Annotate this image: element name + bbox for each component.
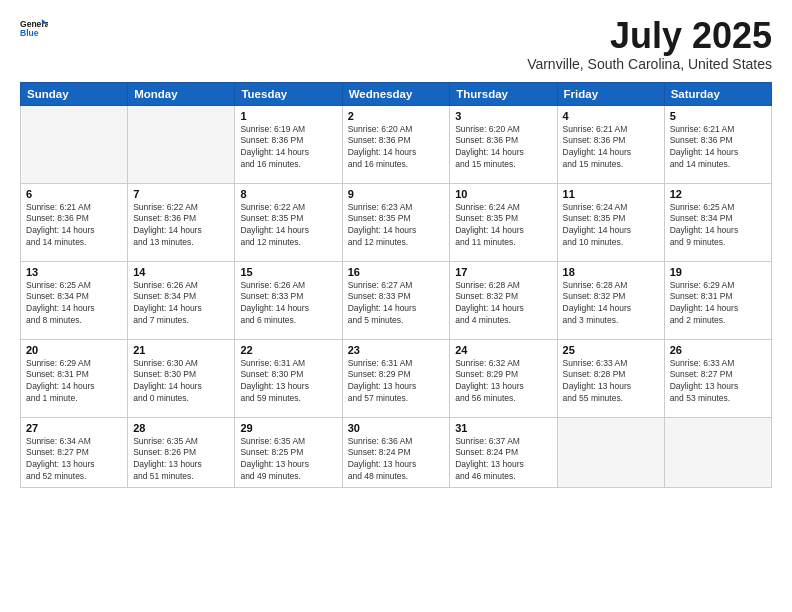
day-number: 7 [133,188,229,200]
day-number: 9 [348,188,445,200]
table-row: 27Sunrise: 6:34 AM Sunset: 8:27 PM Dayli… [21,417,128,488]
table-row: 6Sunrise: 6:21 AM Sunset: 8:36 PM Daylig… [21,183,128,261]
table-row: 3Sunrise: 6:20 AM Sunset: 8:36 PM Daylig… [450,105,557,183]
table-row: 2Sunrise: 6:20 AM Sunset: 8:36 PM Daylig… [342,105,450,183]
day-info: Sunrise: 6:24 AM Sunset: 8:35 PM Dayligh… [455,202,551,250]
day-info: Sunrise: 6:34 AM Sunset: 8:27 PM Dayligh… [26,436,122,484]
col-tuesday: Tuesday [235,82,342,105]
day-info: Sunrise: 6:20 AM Sunset: 8:36 PM Dayligh… [348,124,445,172]
day-number: 20 [26,344,122,356]
day-number: 31 [455,422,551,434]
day-info: Sunrise: 6:29 AM Sunset: 8:31 PM Dayligh… [670,280,766,328]
table-row: 21Sunrise: 6:30 AM Sunset: 8:30 PM Dayli… [128,339,235,417]
day-info: Sunrise: 6:22 AM Sunset: 8:35 PM Dayligh… [240,202,336,250]
table-row: 19Sunrise: 6:29 AM Sunset: 8:31 PM Dayli… [664,261,771,339]
table-row: 31Sunrise: 6:37 AM Sunset: 8:24 PM Dayli… [450,417,557,488]
table-row: 23Sunrise: 6:31 AM Sunset: 8:29 PM Dayli… [342,339,450,417]
table-row: 13Sunrise: 6:25 AM Sunset: 8:34 PM Dayli… [21,261,128,339]
day-info: Sunrise: 6:35 AM Sunset: 8:26 PM Dayligh… [133,436,229,484]
day-number: 8 [240,188,336,200]
day-info: Sunrise: 6:28 AM Sunset: 8:32 PM Dayligh… [455,280,551,328]
table-row: 11Sunrise: 6:24 AM Sunset: 8:35 PM Dayli… [557,183,664,261]
calendar-page: General Blue July 2025 Varnville, South … [0,0,792,612]
table-row: 26Sunrise: 6:33 AM Sunset: 8:27 PM Dayli… [664,339,771,417]
day-info: Sunrise: 6:21 AM Sunset: 8:36 PM Dayligh… [563,124,659,172]
day-info: Sunrise: 6:21 AM Sunset: 8:36 PM Dayligh… [670,124,766,172]
day-number: 25 [563,344,659,356]
day-info: Sunrise: 6:21 AM Sunset: 8:36 PM Dayligh… [26,202,122,250]
day-info: Sunrise: 6:35 AM Sunset: 8:25 PM Dayligh… [240,436,336,484]
day-number: 15 [240,266,336,278]
table-row [664,417,771,488]
table-row: 7Sunrise: 6:22 AM Sunset: 8:36 PM Daylig… [128,183,235,261]
day-number: 28 [133,422,229,434]
day-number: 30 [348,422,445,434]
title-block: July 2025 Varnville, South Carolina, Uni… [527,16,772,72]
col-wednesday: Wednesday [342,82,450,105]
calendar-header-row: Sunday Monday Tuesday Wednesday Thursday… [21,82,772,105]
table-row: 12Sunrise: 6:25 AM Sunset: 8:34 PM Dayli… [664,183,771,261]
calendar-table: Sunday Monday Tuesday Wednesday Thursday… [20,82,772,489]
table-row: 17Sunrise: 6:28 AM Sunset: 8:32 PM Dayli… [450,261,557,339]
day-number: 16 [348,266,445,278]
table-row: 30Sunrise: 6:36 AM Sunset: 8:24 PM Dayli… [342,417,450,488]
col-saturday: Saturday [664,82,771,105]
day-number: 18 [563,266,659,278]
table-row: 4Sunrise: 6:21 AM Sunset: 8:36 PM Daylig… [557,105,664,183]
table-row: 15Sunrise: 6:26 AM Sunset: 8:33 PM Dayli… [235,261,342,339]
logo: General Blue [20,16,48,44]
logo-icon: General Blue [20,16,48,44]
table-row: 14Sunrise: 6:26 AM Sunset: 8:34 PM Dayli… [128,261,235,339]
day-number: 11 [563,188,659,200]
day-info: Sunrise: 6:26 AM Sunset: 8:34 PM Dayligh… [133,280,229,328]
svg-text:Blue: Blue [20,28,39,38]
table-row [21,105,128,183]
day-number: 29 [240,422,336,434]
day-number: 4 [563,110,659,122]
day-info: Sunrise: 6:28 AM Sunset: 8:32 PM Dayligh… [563,280,659,328]
day-number: 17 [455,266,551,278]
col-friday: Friday [557,82,664,105]
table-row [557,417,664,488]
table-row: 24Sunrise: 6:32 AM Sunset: 8:29 PM Dayli… [450,339,557,417]
day-info: Sunrise: 6:33 AM Sunset: 8:27 PM Dayligh… [670,358,766,406]
table-row: 25Sunrise: 6:33 AM Sunset: 8:28 PM Dayli… [557,339,664,417]
table-row: 22Sunrise: 6:31 AM Sunset: 8:30 PM Dayli… [235,339,342,417]
table-row: 9Sunrise: 6:23 AM Sunset: 8:35 PM Daylig… [342,183,450,261]
day-info: Sunrise: 6:32 AM Sunset: 8:29 PM Dayligh… [455,358,551,406]
col-sunday: Sunday [21,82,128,105]
day-number: 1 [240,110,336,122]
month-title: July 2025 [527,16,772,56]
svg-text:General: General [20,19,48,29]
day-number: 23 [348,344,445,356]
day-number: 14 [133,266,229,278]
table-row: 1Sunrise: 6:19 AM Sunset: 8:36 PM Daylig… [235,105,342,183]
table-row: 10Sunrise: 6:24 AM Sunset: 8:35 PM Dayli… [450,183,557,261]
day-number: 12 [670,188,766,200]
day-number: 26 [670,344,766,356]
day-info: Sunrise: 6:24 AM Sunset: 8:35 PM Dayligh… [563,202,659,250]
day-number: 13 [26,266,122,278]
day-info: Sunrise: 6:26 AM Sunset: 8:33 PM Dayligh… [240,280,336,328]
day-number: 3 [455,110,551,122]
header: General Blue July 2025 Varnville, South … [20,16,772,72]
day-number: 22 [240,344,336,356]
table-row [128,105,235,183]
day-info: Sunrise: 6:25 AM Sunset: 8:34 PM Dayligh… [670,202,766,250]
day-info: Sunrise: 6:31 AM Sunset: 8:30 PM Dayligh… [240,358,336,406]
location-title: Varnville, South Carolina, United States [527,56,772,72]
day-info: Sunrise: 6:23 AM Sunset: 8:35 PM Dayligh… [348,202,445,250]
day-number: 5 [670,110,766,122]
day-number: 21 [133,344,229,356]
table-row: 20Sunrise: 6:29 AM Sunset: 8:31 PM Dayli… [21,339,128,417]
day-info: Sunrise: 6:19 AM Sunset: 8:36 PM Dayligh… [240,124,336,172]
col-thursday: Thursday [450,82,557,105]
day-info: Sunrise: 6:37 AM Sunset: 8:24 PM Dayligh… [455,436,551,484]
day-info: Sunrise: 6:27 AM Sunset: 8:33 PM Dayligh… [348,280,445,328]
day-info: Sunrise: 6:33 AM Sunset: 8:28 PM Dayligh… [563,358,659,406]
table-row: 28Sunrise: 6:35 AM Sunset: 8:26 PM Dayli… [128,417,235,488]
col-monday: Monday [128,82,235,105]
day-number: 10 [455,188,551,200]
day-number: 6 [26,188,122,200]
table-row: 5Sunrise: 6:21 AM Sunset: 8:36 PM Daylig… [664,105,771,183]
